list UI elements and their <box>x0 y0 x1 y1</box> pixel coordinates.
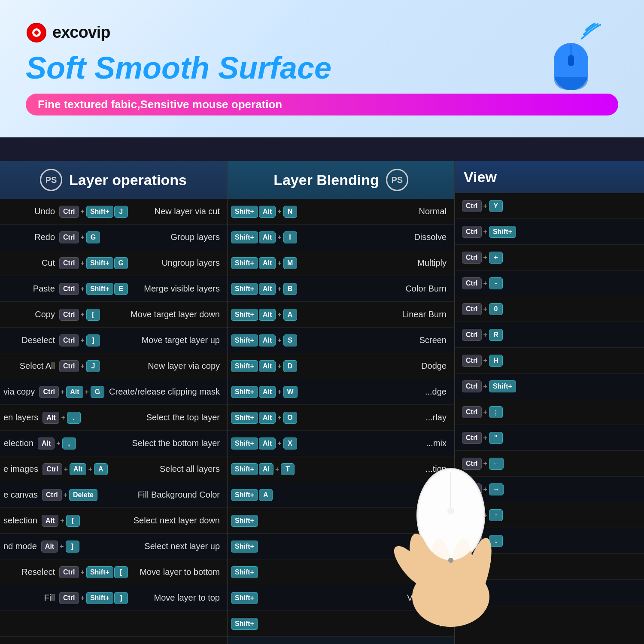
table-row: Deselect Ctrl + ] Move target layer up <box>0 328 227 353</box>
key-shift: Shift+ <box>231 541 258 553</box>
blend-label: Linear Burn <box>297 310 451 319</box>
blend-keys: Shift+ Alt + W <box>231 386 298 398</box>
key-alt: Alt <box>259 360 276 372</box>
key-ctrl: Ctrl <box>462 432 482 444</box>
view-row: Ctrl + Shift+ <box>455 219 644 245</box>
action-right: Move layer to top <box>128 593 223 603</box>
action-right: Select next layer up <box>79 541 223 551</box>
svg-rect-5 <box>568 55 574 66</box>
key-ctrl: Ctrl <box>462 509 482 521</box>
key-j: J <box>114 206 128 218</box>
blend-row: Shift+ ... <box>228 611 454 637</box>
key-quote: " <box>489 432 503 444</box>
blend-keys: Shift+ Alt + S <box>231 334 297 346</box>
key-plus: + <box>489 252 503 264</box>
key-alt: Alt <box>38 437 55 450</box>
blend-row: Shift+ Alt + A Linear Burn <box>228 302 454 328</box>
table-row: Select All Ctrl + J New layer via copy <box>0 353 227 379</box>
key-e: E <box>114 283 128 295</box>
key-alt: Alt <box>259 206 276 218</box>
ps-badge-center: PS <box>386 169 408 191</box>
key-left: ← <box>489 458 504 470</box>
key-g: G <box>114 257 128 269</box>
keys-group: Ctrl + Delete <box>42 489 97 501</box>
blend-keys: Shift+ Alt + A <box>231 309 297 321</box>
key-minus: - <box>489 277 503 289</box>
blend-label: ...rlay <box>297 413 451 422</box>
brand-row: excovip <box>26 22 618 43</box>
key-g: G <box>91 386 104 398</box>
keys-group: Ctrl + J <box>59 360 100 372</box>
key-shift: Shift+ <box>231 309 258 321</box>
blend-keys: Shift+ Alt + D <box>231 360 297 372</box>
key-shift: Shift+ <box>231 463 258 475</box>
key-alt: Alt <box>66 386 83 398</box>
keys-group: Alt + [ <box>42 515 80 527</box>
table-row: nd mode Alt + ] Select next layer up <box>0 534 227 559</box>
blend-keys: Shift+ <box>231 618 258 630</box>
view-row: Ctrl + - <box>455 270 644 296</box>
key-shift: Shift+ <box>231 592 258 604</box>
action-label: e canvas <box>3 490 42 500</box>
blend-label: Multiply <box>297 258 451 268</box>
table-row: Fill Ctrl + Shift+ ] Move layer to top <box>0 585 227 611</box>
view-row: F5 <box>455 554 644 580</box>
key-delete: Delete <box>69 489 97 501</box>
keys-group: Ctrl + Shift+ J <box>59 206 128 218</box>
table-row: e images Ctrl + Alt + A Select all layer… <box>0 456 227 482</box>
action-right: Move target layer down <box>100 310 223 319</box>
left-panel-title: Layer operations <box>69 172 187 188</box>
blend-row: Shift+ Alt + D Dodge <box>228 353 454 379</box>
key-down: ↓ <box>489 535 503 547</box>
action-right: Fill Background Color <box>97 490 223 500</box>
blend-keys: Shift+ Alt + O <box>231 412 297 424</box>
key-w: W <box>283 386 298 398</box>
right-panel-header: View <box>455 161 644 193</box>
key-bracket: [ <box>114 566 128 578</box>
blend-row: Shift+ Alt + N Normal <box>228 199 454 225</box>
blend-row: Shift+ Alt + I Dissolve <box>228 225 454 250</box>
action-label: Reselect <box>3 567 59 577</box>
keys-group: Alt + ] <box>41 541 79 553</box>
top-section: excovip Soft Smooth Surface Fine texture… <box>0 0 644 137</box>
key-a: A <box>94 463 108 475</box>
key-ctrl: Ctrl <box>462 380 482 392</box>
blend-label: Vivid Light <box>258 593 451 603</box>
key-alt: Alt <box>259 309 276 321</box>
action-label: Deselect <box>3 335 59 345</box>
view-keys: Ctrl + ↑ <box>462 509 503 521</box>
key-right: → <box>489 483 504 495</box>
view-keys: Ctrl + H <box>462 355 503 367</box>
key-shift: Shift+ <box>231 231 258 243</box>
blend-label: ...mix <box>297 438 451 448</box>
view-keys: Ctrl + → <box>462 483 504 495</box>
blend-keys: Shift+ <box>231 566 258 578</box>
key-g: G <box>86 231 100 243</box>
key-ctrl: Ctrl <box>42 489 62 501</box>
key-r: R <box>489 329 503 341</box>
key-t: T <box>281 463 295 475</box>
key-alt: Alt <box>259 386 276 398</box>
key-y: Y <box>489 200 503 212</box>
table-row: via copy Ctrl + Alt + G Create/release c… <box>0 379 227 405</box>
key-shift: Shift+ <box>489 226 516 238</box>
view-keys: Ctrl + Y <box>462 200 503 212</box>
keys-group: Ctrl + Shift+ E <box>59 283 128 295</box>
blend-label: ...tion <box>295 464 451 474</box>
table-row: en layers Alt + . Select the top layer <box>0 405 227 431</box>
action-right: New layer via cut <box>128 207 223 216</box>
key-i: I <box>283 231 297 243</box>
svg-point-2 <box>34 30 39 35</box>
view-row: Ctrl + + <box>455 245 644 270</box>
view-keys: Ctrl + ↓ <box>462 535 503 547</box>
blend-keys: Shift+ Alt + B <box>231 283 297 295</box>
blend-keys: Shift+ Al + T <box>231 463 295 475</box>
action-label: nd mode <box>3 541 41 551</box>
action-label: Cut <box>3 258 59 268</box>
action-label: Paste <box>3 284 59 294</box>
key-alt: Alt <box>259 257 276 269</box>
key-ctrl: Ctrl <box>462 406 482 418</box>
table-row: Paste Ctrl + Shift+ E Merge visible laye… <box>0 276 227 302</box>
key-alt: Alt <box>259 334 276 346</box>
key-ctrl: Ctrl <box>462 226 482 238</box>
